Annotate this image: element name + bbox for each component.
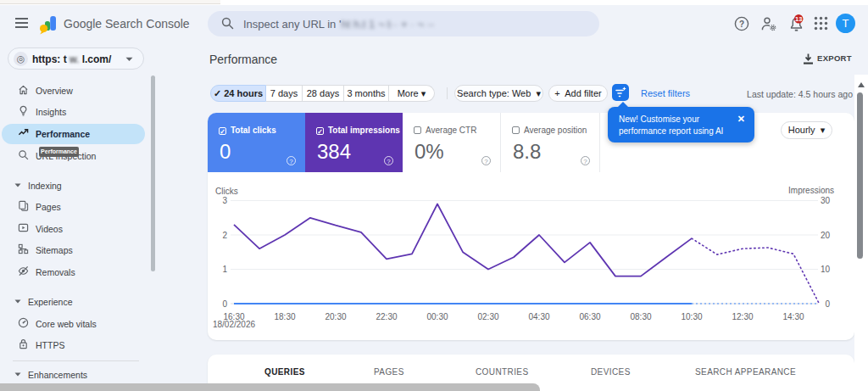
svg-text:18:30: 18:30 bbox=[274, 312, 295, 321]
svg-text:14:30: 14:30 bbox=[782, 312, 804, 321]
svg-text:20: 20 bbox=[821, 231, 831, 240]
svg-text:12:30: 12:30 bbox=[732, 312, 753, 321]
svg-text:18/02/2026: 18/02/2026 bbox=[213, 320, 255, 329]
svg-text:10: 10 bbox=[821, 265, 831, 274]
svg-text:Impressions: Impressions bbox=[788, 186, 834, 195]
svg-text:08:30: 08:30 bbox=[630, 312, 651, 321]
svg-text:0: 0 bbox=[222, 299, 227, 309]
svg-text:1: 1 bbox=[222, 265, 227, 274]
svg-text:10:30: 10:30 bbox=[681, 312, 702, 321]
svg-text:3: 3 bbox=[222, 196, 227, 205]
svg-text:0: 0 bbox=[825, 299, 830, 309]
svg-text:Clicks: Clicks bbox=[215, 187, 238, 196]
svg-text:04:30: 04:30 bbox=[528, 312, 549, 321]
svg-text:00:30: 00:30 bbox=[426, 312, 448, 321]
svg-text:02:30: 02:30 bbox=[477, 312, 498, 321]
svg-text:20:30: 20:30 bbox=[325, 312, 346, 321]
svg-text:2: 2 bbox=[222, 231, 227, 240]
svg-text:22:30: 22:30 bbox=[376, 312, 397, 321]
svg-text:30: 30 bbox=[821, 196, 831, 205]
svg-text:13: 13 bbox=[795, 15, 802, 23]
svg-text:06:30: 06:30 bbox=[579, 312, 600, 321]
svg-text:?: ? bbox=[739, 20, 744, 29]
